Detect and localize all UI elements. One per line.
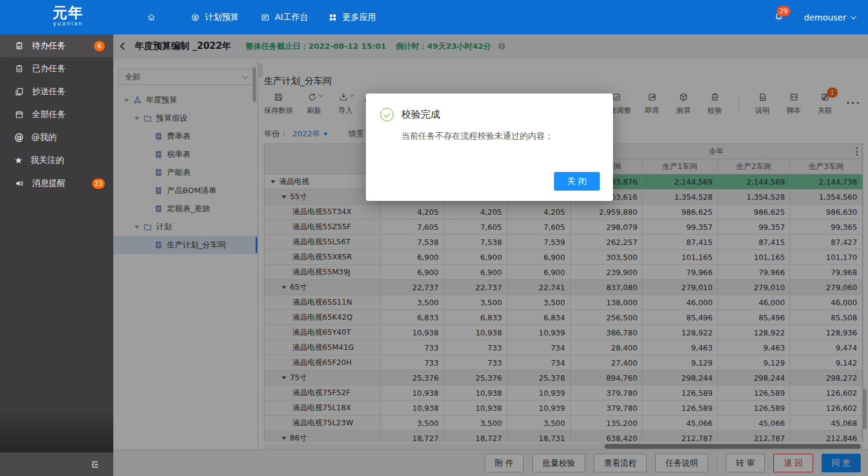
messages-icon <box>14 179 24 188</box>
sidebar-item-label: 抄送任务 <box>32 86 66 97</box>
sidebar: 待办任务6已办任务抄送任务全部任务@@我的★我关注的消息提醒23 <box>0 34 113 476</box>
success-check-icon <box>380 108 394 121</box>
notifications-button[interactable]: 29 <box>774 11 784 24</box>
brand-logo-subtext: yuanian <box>47 21 89 27</box>
top-nav: 元年 yuanian 计划预算AI工作台更多应用 29 demouser <box>0 0 868 34</box>
nav-item-more-apps[interactable]: 更多应用 <box>328 0 376 34</box>
done-tasks-icon <box>14 64 24 74</box>
app-window: 元年 yuanian 计划预算AI工作台更多应用 29 demouser 待办任… <box>0 0 868 476</box>
plan-budget-icon <box>190 13 200 22</box>
sidebar-item-all-tasks[interactable]: 全部任务 <box>0 103 113 126</box>
at-me-icon: @ <box>14 133 24 142</box>
sidebar-item-cc-tasks[interactable]: 抄送任务 <box>0 80 113 103</box>
chevron-down-icon <box>851 13 857 19</box>
more-apps-icon <box>328 13 338 22</box>
home-nav-item[interactable] <box>146 12 156 24</box>
brand-logo-text: 元年 <box>47 5 89 21</box>
nav-item-plan-budget[interactable]: 计划预算 <box>190 0 239 34</box>
validation-modal: 校验完成 当前任务不存在流程校验未通过的内容； 关 闭 <box>366 94 613 201</box>
sidebar-item-badge: 23 <box>92 179 105 189</box>
all-tasks-icon <box>14 110 24 119</box>
my-follow-icon: ★ <box>14 156 22 165</box>
nav-right-section: 29 demouser <box>774 0 855 34</box>
sidebar-item-done-tasks[interactable]: 已办任务 <box>0 57 113 80</box>
sidebar-item-label: 我关注的 <box>30 155 64 166</box>
sidebar-item-label: @我的 <box>31 132 57 143</box>
sidebar-item-my-follow[interactable]: ★我关注的 <box>0 149 113 172</box>
user-menu[interactable]: demouser <box>804 13 855 22</box>
modal-title: 校验完成 <box>401 109 440 121</box>
nav-item-label: 计划预算 <box>205 12 239 23</box>
notifications-badge: 29 <box>777 6 790 16</box>
ai-workbench-icon <box>260 13 270 22</box>
cc-tasks-icon <box>14 87 24 97</box>
home-icon <box>146 12 156 22</box>
collapse-sidebar-icon[interactable] <box>89 459 100 470</box>
brand-logo[interactable]: 元年 yuanian <box>47 5 89 27</box>
todo-tasks-icon <box>14 41 24 51</box>
nav-item-label: AI工作台 <box>275 12 309 23</box>
sidebar-item-badge: 6 <box>94 41 105 51</box>
sidebar-item-label: 已办任务 <box>32 63 66 74</box>
nav-item-ai-workbench[interactable]: AI工作台 <box>260 0 309 34</box>
modal-message: 当前任务不存在流程校验未通过的内容； <box>401 131 553 142</box>
sidebar-item-label: 全部任务 <box>32 109 66 120</box>
sidebar-item-messages[interactable]: 消息提醒23 <box>0 172 113 195</box>
sidebar-item-at-me[interactable]: @@我的 <box>0 126 113 149</box>
user-name: demouser <box>804 13 846 22</box>
sidebar-item-label: 待办任务 <box>32 40 66 51</box>
close-button[interactable]: 关 闭 <box>554 172 600 191</box>
sidebar-item-label: 消息提醒 <box>32 178 66 189</box>
nav-item-label: 更多应用 <box>342 12 376 23</box>
sidebar-footer <box>0 452 113 476</box>
sidebar-item-todo-tasks[interactable]: 待办任务6 <box>0 34 113 57</box>
